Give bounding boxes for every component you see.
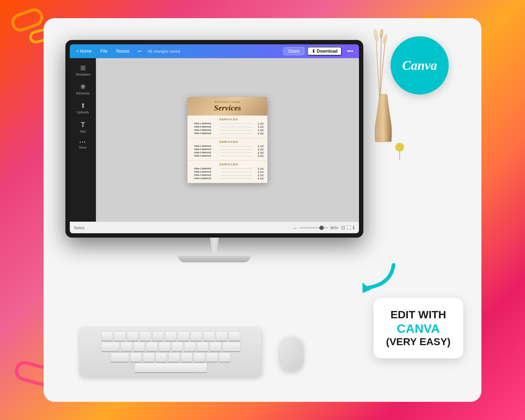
svg-point-8 — [395, 143, 404, 152]
key — [101, 331, 113, 341]
monitor-bottom-bar: Notes — 90% ⊡ ⛶ ℹ — [70, 222, 359, 233]
svg-point-4 — [373, 29, 379, 43]
price-list-document: BUSINESS NAME Services PRICE LIST Price … — [187, 97, 267, 183]
keyboard-row-1 — [84, 331, 257, 341]
edit-text-line3: (VERY EASY) — [386, 336, 451, 348]
keyboard-row-3 — [84, 352, 257, 362]
key — [152, 331, 164, 341]
keyboard-row-2 — [84, 342, 257, 351]
share-button[interactable]: Share — [283, 47, 304, 55]
toolbar-resize-button[interactable]: Resize — [113, 48, 133, 54]
fullscreen-button[interactable]: ⛶ — [347, 225, 351, 230]
monitor: < Home File Resize ↩ All changes saved S… — [65, 40, 363, 262]
uploads-label: Uploads — [77, 110, 89, 114]
key — [229, 331, 240, 341]
key — [146, 342, 158, 351]
templates-icon: ⊞ — [80, 64, 86, 72]
more-button[interactable]: ••• — [345, 47, 355, 55]
svg-marker-0 — [358, 283, 372, 296]
edit-with-canva-box: EDIT WITH CANVA (VERY EASY) — [373, 298, 463, 358]
sidebar-item-text[interactable]: T Text — [72, 118, 94, 136]
vase-decoration — [372, 91, 394, 147]
service-row: ITEM 3 SERVICE $ 300 — [194, 152, 264, 154]
toolbar-saved-text: All changes saved — [148, 49, 180, 53]
more-icon: ••• — [80, 140, 86, 145]
canvas-main[interactable]: BUSINESS NAME Services PRICE LIST Price … — [96, 58, 359, 222]
templates-label: Templates — [75, 73, 90, 76]
sidebar-item-more[interactable]: ••• More — [72, 137, 94, 152]
price-section-3: SERVICES ITEM 1 SERVICE $ 100 ITEM 2 SER… — [187, 161, 267, 183]
uploads-icon: ⬆ — [80, 102, 86, 110]
service-row: ITEM 1 SERVICE $ 100 — [194, 167, 264, 170]
sidebar-item-elements[interactable]: ❋ Elements — [72, 80, 94, 98]
fit-page-button[interactable]: ⊡ — [341, 225, 345, 230]
service-row: ITEM 4 SERVICE $ 400 — [194, 177, 264, 180]
main-card: < Home File Resize ↩ All changes saved S… — [44, 18, 481, 402]
key — [114, 331, 126, 341]
left-sidebar: ⊞ Templates ❋ Elements ⬆ Uploads T — [70, 58, 96, 222]
section-1-title: SERVICES — [194, 118, 264, 121]
section-2-title: SERVICES — [194, 140, 264, 144]
toolbar-file-button[interactable]: File — [97, 48, 110, 54]
zoom-slider[interactable] — [299, 227, 328, 229]
key — [171, 342, 183, 351]
elements-label: Elements — [76, 92, 90, 95]
service-row: ITEM 2 SERVICE $ 200 — [194, 171, 264, 173]
zoom-percent: 90% — [330, 226, 338, 230]
price-section-1: SERVICES ITEM 1 SERVICE $ 100 ITEM 2 SER… — [187, 116, 267, 138]
toolbar-undo-button[interactable]: ↩ — [135, 48, 145, 54]
key — [203, 331, 215, 341]
key — [222, 342, 241, 351]
key — [178, 331, 189, 341]
key — [184, 342, 196, 351]
service-row: ITEM 2 SERVICE $ 200 — [194, 126, 264, 128]
key — [210, 342, 221, 351]
service-row: ITEM 3 SERVICE $ 300 — [194, 129, 264, 132]
zoom-control[interactable]: — 90% — [293, 226, 338, 230]
zoom-minus[interactable]: — — [293, 226, 297, 230]
elements-icon: ❋ — [80, 83, 86, 91]
help-button[interactable]: ℹ — [353, 225, 355, 230]
notes-label[interactable]: Notes — [74, 226, 85, 230]
text-label: Text — [80, 130, 86, 133]
download-button[interactable]: ⬇ Download — [307, 47, 342, 56]
edit-text-canva: CANVA — [386, 321, 451, 336]
monitor-stand-base — [178, 256, 251, 262]
key — [190, 331, 202, 341]
canva-logo-text: Canva — [402, 58, 437, 73]
key — [194, 352, 205, 362]
keyboard-body — [80, 328, 262, 376]
monitor-screen: < Home File Resize ↩ All changes saved S… — [70, 44, 359, 233]
key — [101, 342, 120, 351]
key — [127, 331, 138, 341]
document-header: BUSINESS NAME Services — [187, 97, 267, 116]
keyboard-row-4 — [84, 363, 257, 372]
service-row: ITEM 1 SERVICE $ 100 — [194, 122, 264, 125]
canva-toolbar: < Home File Resize ↩ All changes saved S… — [70, 44, 359, 58]
zoom-thumb — [319, 226, 324, 230]
key — [168, 352, 180, 362]
canvas-area: ⊞ Templates ❋ Elements ⬆ Uploads T — [70, 58, 359, 222]
key — [165, 331, 177, 341]
canva-logo-circle: Canva — [391, 36, 449, 94]
download-icon: ⬇ — [312, 49, 315, 54]
toolbar-back-button[interactable]: < Home — [73, 48, 94, 54]
key — [219, 352, 231, 362]
text-icon: T — [81, 121, 85, 129]
spacebar — [134, 363, 207, 372]
monitor-stand-neck — [203, 238, 225, 256]
flower-decoration — [394, 142, 405, 161]
service-row: ITEM 2 SERVICE $ 200 — [194, 148, 264, 151]
key — [140, 331, 151, 341]
key — [216, 331, 227, 341]
sidebar-item-uploads[interactable]: ⬆ Uploads — [72, 99, 94, 117]
mouse — [280, 336, 303, 371]
key — [197, 342, 209, 351]
price-section-2: SERVICES ITEM 1 SERVICE $ 100 ITEM 2 SER… — [187, 138, 267, 161]
monitor-bezel: < Home File Resize ↩ All changes saved S… — [65, 40, 363, 238]
key — [111, 352, 129, 362]
business-name: BUSINESS NAME — [192, 101, 263, 103]
sidebar-item-templates[interactable]: ⊞ Templates — [72, 61, 94, 79]
svg-point-5 — [379, 29, 384, 39]
key — [159, 342, 170, 351]
